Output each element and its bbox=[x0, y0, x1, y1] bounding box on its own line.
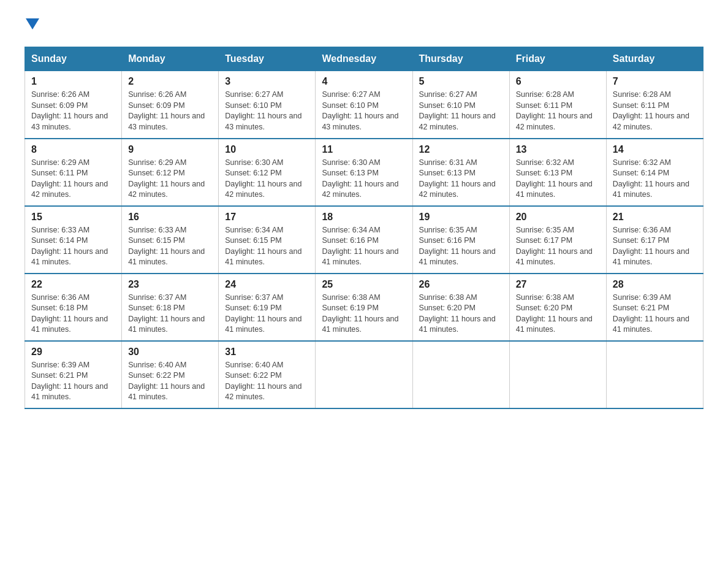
day-number: 28 bbox=[613, 279, 697, 290]
day-info: Sunrise: 6:34 AM Sunset: 6:16 PM Dayligh… bbox=[322, 225, 406, 268]
day-number: 23 bbox=[128, 279, 212, 290]
day-number: 31 bbox=[225, 347, 309, 358]
calendar-week-row: 8 Sunrise: 6:29 AM Sunset: 6:11 PM Dayli… bbox=[25, 139, 703, 206]
day-info: Sunrise: 6:27 AM Sunset: 6:10 PM Dayligh… bbox=[419, 90, 503, 132]
logo bbox=[25, 18, 39, 34]
day-number: 13 bbox=[516, 144, 600, 155]
calendar-week-row: 1 Sunrise: 6:26 AM Sunset: 6:09 PM Dayli… bbox=[25, 71, 703, 139]
column-header-wednesday: Wednesday bbox=[316, 47, 412, 71]
day-info: Sunrise: 6:34 AM Sunset: 6:15 PM Dayligh… bbox=[225, 225, 309, 268]
day-number: 25 bbox=[322, 279, 406, 290]
page-header bbox=[25, 18, 703, 34]
day-info: Sunrise: 6:29 AM Sunset: 6:12 PM Dayligh… bbox=[128, 158, 212, 201]
calendar-cell: 13 Sunrise: 6:32 AM Sunset: 6:13 PM Dayl… bbox=[509, 139, 606, 206]
day-info: Sunrise: 6:32 AM Sunset: 6:13 PM Dayligh… bbox=[516, 158, 600, 201]
day-number: 24 bbox=[225, 279, 309, 290]
calendar-cell: 9 Sunrise: 6:29 AM Sunset: 6:12 PM Dayli… bbox=[122, 139, 219, 206]
day-number: 26 bbox=[419, 279, 503, 290]
calendar-cell: 5 Sunrise: 6:27 AM Sunset: 6:10 PM Dayli… bbox=[412, 71, 509, 139]
calendar-cell: 8 Sunrise: 6:29 AM Sunset: 6:11 PM Dayli… bbox=[25, 139, 122, 206]
calendar-cell: 26 Sunrise: 6:38 AM Sunset: 6:20 PM Dayl… bbox=[412, 274, 509, 341]
day-number: 5 bbox=[419, 76, 503, 87]
column-header-thursday: Thursday bbox=[412, 47, 509, 71]
calendar-cell: 24 Sunrise: 6:37 AM Sunset: 6:19 PM Dayl… bbox=[219, 274, 316, 341]
calendar-cell: 16 Sunrise: 6:33 AM Sunset: 6:15 PM Dayl… bbox=[122, 206, 219, 274]
calendar-cell: 2 Sunrise: 6:26 AM Sunset: 6:09 PM Dayli… bbox=[122, 71, 219, 139]
day-number: 4 bbox=[322, 76, 406, 87]
day-number: 29 bbox=[31, 347, 115, 358]
calendar-cell: 10 Sunrise: 6:30 AM Sunset: 6:12 PM Dayl… bbox=[219, 139, 316, 206]
column-header-sunday: Sunday bbox=[25, 47, 122, 71]
day-info: Sunrise: 6:35 AM Sunset: 6:17 PM Dayligh… bbox=[516, 225, 600, 268]
calendar-cell: 6 Sunrise: 6:28 AM Sunset: 6:11 PM Dayli… bbox=[509, 71, 606, 139]
calendar-cell: 15 Sunrise: 6:33 AM Sunset: 6:14 PM Dayl… bbox=[25, 206, 122, 274]
day-info: Sunrise: 6:38 AM Sunset: 6:20 PM Dayligh… bbox=[516, 293, 600, 335]
day-number: 8 bbox=[31, 144, 115, 155]
calendar-cell bbox=[509, 341, 606, 408]
day-number: 17 bbox=[225, 212, 309, 223]
calendar-cell: 31 Sunrise: 6:40 AM Sunset: 6:22 PM Dayl… bbox=[219, 341, 316, 408]
day-info: Sunrise: 6:27 AM Sunset: 6:10 PM Dayligh… bbox=[225, 90, 309, 132]
day-info: Sunrise: 6:29 AM Sunset: 6:11 PM Dayligh… bbox=[31, 158, 115, 201]
calendar-cell: 17 Sunrise: 6:34 AM Sunset: 6:15 PM Dayl… bbox=[219, 206, 316, 274]
calendar-cell: 1 Sunrise: 6:26 AM Sunset: 6:09 PM Dayli… bbox=[25, 71, 122, 139]
day-info: Sunrise: 6:38 AM Sunset: 6:19 PM Dayligh… bbox=[322, 293, 406, 335]
calendar-cell: 20 Sunrise: 6:35 AM Sunset: 6:17 PM Dayl… bbox=[509, 206, 606, 274]
day-number: 10 bbox=[225, 144, 309, 155]
day-number: 3 bbox=[225, 76, 309, 87]
day-number: 2 bbox=[128, 76, 212, 87]
calendar-cell: 27 Sunrise: 6:38 AM Sunset: 6:20 PM Dayl… bbox=[509, 274, 606, 341]
column-header-monday: Monday bbox=[122, 47, 219, 71]
day-info: Sunrise: 6:38 AM Sunset: 6:20 PM Dayligh… bbox=[419, 293, 503, 335]
calendar-cell: 28 Sunrise: 6:39 AM Sunset: 6:21 PM Dayl… bbox=[606, 274, 703, 341]
calendar-cell: 4 Sunrise: 6:27 AM Sunset: 6:10 PM Dayli… bbox=[316, 71, 412, 139]
day-info: Sunrise: 6:33 AM Sunset: 6:14 PM Dayligh… bbox=[31, 225, 115, 268]
day-number: 19 bbox=[419, 212, 503, 223]
day-number: 21 bbox=[613, 212, 697, 223]
day-number: 6 bbox=[516, 76, 600, 87]
calendar-cell: 30 Sunrise: 6:40 AM Sunset: 6:22 PM Dayl… bbox=[122, 341, 219, 408]
calendar-cell: 22 Sunrise: 6:36 AM Sunset: 6:18 PM Dayl… bbox=[25, 274, 122, 341]
calendar-cell bbox=[316, 341, 412, 408]
day-info: Sunrise: 6:26 AM Sunset: 6:09 PM Dayligh… bbox=[128, 90, 212, 132]
day-number: 15 bbox=[31, 212, 115, 223]
day-info: Sunrise: 6:40 AM Sunset: 6:22 PM Dayligh… bbox=[128, 360, 212, 403]
day-number: 22 bbox=[31, 279, 115, 290]
calendar-table: SundayMondayTuesdayWednesdayThursdayFrid… bbox=[25, 47, 703, 409]
day-info: Sunrise: 6:35 AM Sunset: 6:16 PM Dayligh… bbox=[419, 225, 503, 268]
day-number: 11 bbox=[322, 144, 406, 155]
calendar-cell: 7 Sunrise: 6:28 AM Sunset: 6:11 PM Dayli… bbox=[606, 71, 703, 139]
day-info: Sunrise: 6:28 AM Sunset: 6:11 PM Dayligh… bbox=[613, 90, 697, 132]
day-number: 9 bbox=[128, 144, 212, 155]
day-number: 1 bbox=[31, 76, 115, 87]
calendar-cell: 12 Sunrise: 6:31 AM Sunset: 6:13 PM Dayl… bbox=[412, 139, 509, 206]
day-number: 14 bbox=[613, 144, 697, 155]
day-info: Sunrise: 6:33 AM Sunset: 6:15 PM Dayligh… bbox=[128, 225, 212, 268]
day-info: Sunrise: 6:39 AM Sunset: 6:21 PM Dayligh… bbox=[31, 360, 115, 403]
day-info: Sunrise: 6:36 AM Sunset: 6:17 PM Dayligh… bbox=[613, 225, 697, 268]
day-info: Sunrise: 6:40 AM Sunset: 6:22 PM Dayligh… bbox=[225, 360, 309, 403]
calendar-week-row: 29 Sunrise: 6:39 AM Sunset: 6:21 PM Dayl… bbox=[25, 341, 703, 408]
calendar-cell: 3 Sunrise: 6:27 AM Sunset: 6:10 PM Dayli… bbox=[219, 71, 316, 139]
calendar-week-row: 22 Sunrise: 6:36 AM Sunset: 6:18 PM Dayl… bbox=[25, 274, 703, 341]
calendar-cell: 19 Sunrise: 6:35 AM Sunset: 6:16 PM Dayl… bbox=[412, 206, 509, 274]
day-info: Sunrise: 6:36 AM Sunset: 6:18 PM Dayligh… bbox=[31, 293, 115, 335]
svg-marker-0 bbox=[26, 18, 39, 29]
calendar-cell: 29 Sunrise: 6:39 AM Sunset: 6:21 PM Dayl… bbox=[25, 341, 122, 408]
day-info: Sunrise: 6:26 AM Sunset: 6:09 PM Dayligh… bbox=[31, 90, 115, 132]
calendar-cell: 23 Sunrise: 6:37 AM Sunset: 6:18 PM Dayl… bbox=[122, 274, 219, 341]
calendar-cell: 18 Sunrise: 6:34 AM Sunset: 6:16 PM Dayl… bbox=[316, 206, 412, 274]
day-info: Sunrise: 6:32 AM Sunset: 6:14 PM Dayligh… bbox=[613, 158, 697, 201]
day-info: Sunrise: 6:37 AM Sunset: 6:18 PM Dayligh… bbox=[128, 293, 212, 335]
day-info: Sunrise: 6:39 AM Sunset: 6:21 PM Dayligh… bbox=[613, 293, 697, 335]
calendar-header-row: SundayMondayTuesdayWednesdayThursdayFrid… bbox=[25, 47, 703, 71]
day-info: Sunrise: 6:37 AM Sunset: 6:19 PM Dayligh… bbox=[225, 293, 309, 335]
day-info: Sunrise: 6:30 AM Sunset: 6:13 PM Dayligh… bbox=[322, 158, 406, 201]
day-number: 30 bbox=[128, 347, 212, 358]
calendar-cell bbox=[606, 341, 703, 408]
day-info: Sunrise: 6:27 AM Sunset: 6:10 PM Dayligh… bbox=[322, 90, 406, 132]
calendar-cell: 21 Sunrise: 6:36 AM Sunset: 6:17 PM Dayl… bbox=[606, 206, 703, 274]
day-info: Sunrise: 6:31 AM Sunset: 6:13 PM Dayligh… bbox=[419, 158, 503, 201]
calendar-cell: 11 Sunrise: 6:30 AM Sunset: 6:13 PM Dayl… bbox=[316, 139, 412, 206]
day-number: 27 bbox=[516, 279, 600, 290]
